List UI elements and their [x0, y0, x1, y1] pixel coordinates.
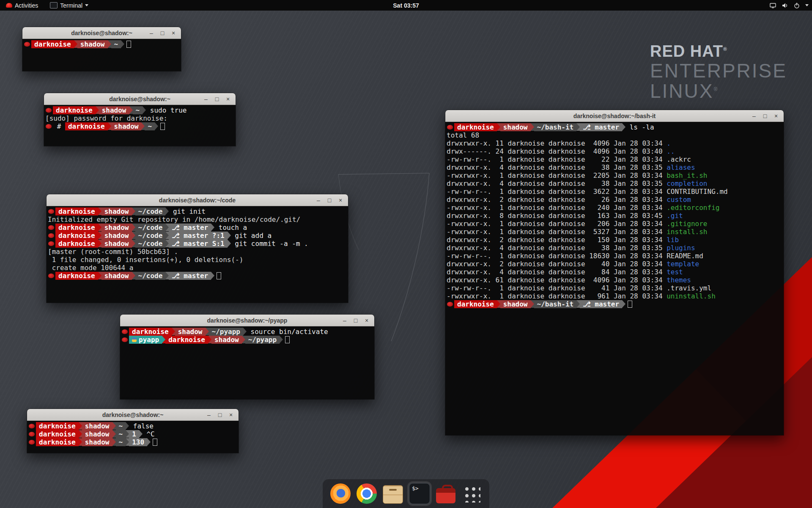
- powerline-arrow-icon: [132, 240, 135, 247]
- terminal-glyph: $>: [412, 485, 419, 491]
- dir-name: lib: [667, 236, 679, 244]
- prompt-segment-u: darknoise: [129, 328, 172, 336]
- powerline-arrow-icon: [165, 272, 169, 279]
- prompt-segment-h: shadow: [99, 106, 129, 114]
- titlebar[interactable]: darknoise@shadow:~/code – □ ×: [47, 194, 348, 206]
- powerline-arrow-icon: [243, 328, 247, 335]
- close-button[interactable]: ×: [336, 196, 345, 204]
- redhat-prompt-icon: [29, 424, 35, 428]
- terminal-content[interactable]: darknoiseshadow~ falsedarknoiseshadow~1 …: [27, 421, 239, 456]
- powerline-arrow-icon: [129, 106, 133, 114]
- redhat-logo-icon: [6, 3, 12, 8]
- terminal-icon: [50, 2, 58, 8]
- powerline-arrow-icon: [531, 123, 534, 131]
- minimize-button[interactable]: –: [205, 411, 213, 419]
- power-icon: [793, 2, 800, 9]
- powerline-arrow-icon: [108, 40, 111, 48]
- close-button[interactable]: ×: [224, 95, 232, 103]
- prompt-segment-u: darknoise: [454, 300, 497, 308]
- terminal-content[interactable]: darknoiseshadow~/bash-it⎇ master ls -lat…: [445, 122, 784, 438]
- terminal-line: darknoiseshadow~/code⎇ master touch a: [48, 224, 347, 232]
- powerline-arrow-icon: [79, 422, 82, 430]
- maximize-button[interactable]: □: [761, 112, 769, 120]
- powerline-arrow-icon: [172, 328, 175, 335]
- maximize-button[interactable]: □: [213, 95, 221, 103]
- dock-toolbox-icon[interactable]: [436, 488, 455, 503]
- titlebar[interactable]: darknoise@shadow:~/pyapp – □ ×: [120, 315, 374, 326]
- minimize-button[interactable]: –: [147, 29, 156, 37]
- maximize-button[interactable]: □: [351, 316, 360, 325]
- prompt-segment-u: darknoise: [36, 438, 79, 446]
- dock-firefox-icon[interactable]: [330, 483, 351, 504]
- terminal-line: -rw-rw-r--. 1 darknoise darknoise 22 Jan…: [447, 155, 782, 163]
- minimize-button[interactable]: –: [314, 196, 323, 204]
- terminal-content[interactable]: darknoiseshadow~: [22, 39, 181, 74]
- close-button[interactable]: ×: [772, 112, 780, 120]
- chevron-down-icon: [85, 4, 88, 6]
- terminal-line: total 68: [447, 131, 782, 139]
- terminal-line: create mode 100644 a: [48, 264, 347, 272]
- dock-app-grid-icon[interactable]: [463, 485, 480, 502]
- maximize-button[interactable]: □: [325, 196, 334, 204]
- terminal-cursor: [217, 272, 221, 279]
- powerline-arrow-icon: [126, 430, 129, 438]
- powerline-arrow-icon: [206, 328, 209, 335]
- terminal-cursor: [628, 301, 632, 308]
- prompt-segment-p: ~/code: [135, 207, 166, 215]
- terminal-line: -rwxrwxr-x. 1 darknoise darknoise 2205 J…: [447, 171, 782, 179]
- activities-button[interactable]: Activities: [3, 0, 41, 11]
- prompt-segment-g: ⎇ master: [169, 224, 211, 232]
- titlebar[interactable]: darknoise@shadow:~ – □ ×: [44, 93, 236, 105]
- terminal-content[interactable]: darknoiseshadow~/code git initInitialize…: [47, 206, 348, 306]
- powerline-arrow-icon: [132, 207, 135, 215]
- output-text: [master (root-commit) 50bcb63] .: [48, 248, 178, 256]
- powerline-arrow-icon: [280, 336, 283, 343]
- terminal-line: drwxrwxr-x. 8 darknoise darknoise 163 Ja…: [447, 212, 782, 220]
- prompt-segment-h: shadow: [102, 224, 132, 232]
- terminal-content[interactable]: darknoiseshadow~ sudo true[sudo] passwor…: [44, 105, 236, 149]
- prompt-segment-u: darknoise: [55, 240, 98, 248]
- terminal-line: -rwxrwxr-x. 1 darknoise darknoise 206 Ja…: [447, 220, 782, 228]
- close-button[interactable]: ×: [362, 316, 371, 325]
- redhat-prompt-icon: [447, 302, 453, 306]
- maximize-button[interactable]: □: [216, 411, 224, 419]
- prompt-segment-p: ~/code: [135, 224, 166, 232]
- minimize-button[interactable]: –: [750, 112, 758, 120]
- prompt-segment-g: ⎇ master: [580, 123, 622, 131]
- output-text: -rwxrwxr-x. 1 darknoise darknoise 5327 J…: [447, 228, 667, 236]
- dock-chrome-icon[interactable]: [357, 483, 377, 504]
- dock-terminal-icon[interactable]: $>: [409, 483, 430, 504]
- prompt-segment-u: darknoise: [36, 430, 79, 438]
- terminal-content[interactable]: darknoiseshadow~/pyapp source bin/activa…: [120, 326, 374, 402]
- prompt-segment-u: darknoise: [36, 422, 79, 430]
- powerline-arrow-icon: [531, 300, 534, 308]
- desktop: RED HAT® ENTERPRISE LINUX® darknoise@sha…: [0, 0, 812, 508]
- maximize-button[interactable]: □: [158, 29, 167, 37]
- minimize-button[interactable]: –: [202, 95, 210, 103]
- titlebar[interactable]: darknoise@shadow:~ – □ ×: [22, 27, 181, 39]
- app-menu-terminal[interactable]: Terminal: [47, 0, 91, 11]
- dock-files-icon[interactable]: [383, 485, 403, 504]
- terminal-window-code: darknoise@shadow:~/code – □ × darknoises…: [47, 194, 348, 303]
- status-area[interactable]: [769, 0, 809, 11]
- close-button[interactable]: ×: [227, 411, 235, 419]
- dir-name: themes: [667, 276, 691, 284]
- powerline-arrow-icon: [143, 106, 146, 114]
- redhat-prompt-icon: [48, 233, 54, 238]
- terminal-line: darknoiseshadow~ sudo true: [45, 106, 234, 114]
- minimize-button[interactable]: –: [340, 316, 349, 325]
- powerline-arrow-icon: [132, 224, 135, 231]
- powerline-arrow-icon: [622, 123, 625, 131]
- titlebar[interactable]: darknoise@shadow:~ – □ ×: [27, 409, 239, 421]
- close-button[interactable]: ×: [169, 29, 178, 37]
- activities-label: Activities: [15, 2, 38, 9]
- prompt-segment-h: shadow: [102, 207, 132, 215]
- terminal-line: [sudo] password for darknoise:: [45, 114, 234, 122]
- titlebar[interactable]: darknoise@shadow:~/bash-it – □ ×: [445, 110, 784, 122]
- prompt-segment-g: ⎇ master: [580, 300, 622, 308]
- terminal-line: 1 file changed, 0 insertions(+), 0 delet…: [48, 256, 347, 264]
- clock[interactable]: Sat 03:57: [393, 2, 419, 9]
- output-text: drwxrwxr-x. 11 darknoise darknoise 4096 …: [447, 139, 667, 147]
- terminal-line: -rw-rw-r--. 1 darknoise darknoise 18630 …: [447, 252, 782, 260]
- powerline-arrow-icon: [79, 438, 82, 446]
